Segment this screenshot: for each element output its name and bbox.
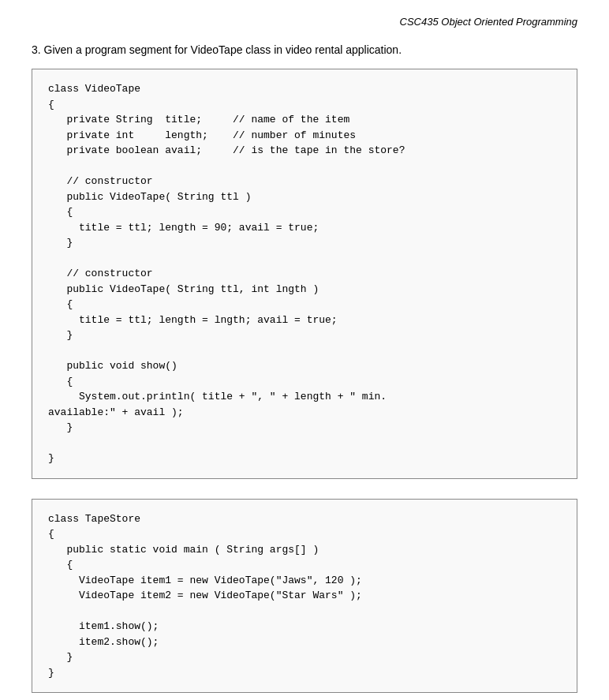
page-header: CSC435 Object Oriented Programming xyxy=(32,16,577,28)
question-number: 3. xyxy=(32,43,41,56)
header-title: CSC435 Object Oriented Programming xyxy=(400,16,577,28)
question-body: Given a program segment for VideoTape cl… xyxy=(44,43,402,56)
code-content-1: class VideoTape { private String title; … xyxy=(48,83,405,464)
code-block-1: class VideoTape { private String title; … xyxy=(32,69,577,479)
code-block-2: class TapeStore { public static void mai… xyxy=(32,499,577,694)
question-container: 3. Given a program segment for VideoTape… xyxy=(32,43,577,56)
question-text: 3. Given a program segment for VideoTape… xyxy=(32,43,577,56)
code-content-2: class TapeStore { public static void mai… xyxy=(48,513,362,679)
